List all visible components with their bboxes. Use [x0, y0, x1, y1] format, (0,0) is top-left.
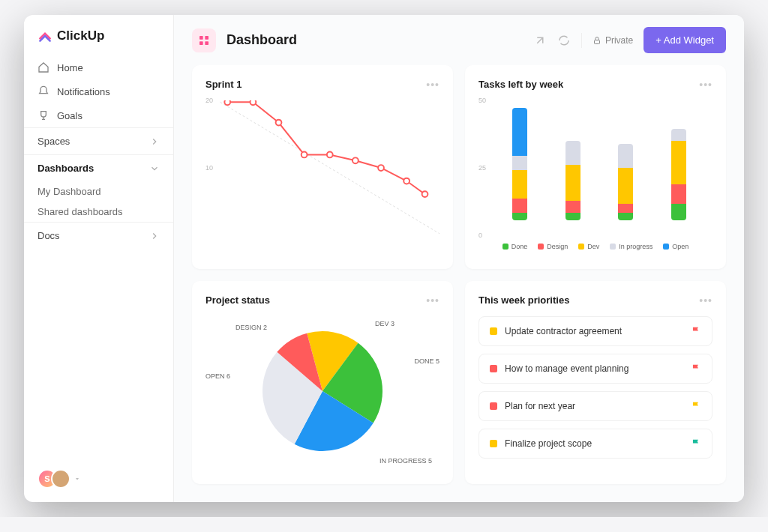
nav-notifications[interactable]: Notifications — [24, 79, 173, 103]
brand-name: ClickUp — [57, 28, 104, 43]
y-tick: 10 — [206, 164, 213, 172]
sidebar: ClickUp Home Notifications Goals Spaces … — [24, 15, 174, 502]
flag-icon — [691, 438, 701, 449]
grid-icon — [198, 34, 210, 46]
flag-icon — [691, 326, 701, 336]
section-docs[interactable]: Docs — [24, 222, 173, 249]
page-title: Dashboard — [226, 32, 297, 48]
bar-segment — [671, 184, 686, 204]
flag-icon — [691, 401, 701, 411]
card-sprint: Sprint 1 ••• 20 10 — [192, 65, 453, 269]
priority-swatch — [490, 365, 497, 372]
priority-swatch — [490, 327, 497, 335]
chevron-down-icon — [149, 163, 160, 174]
add-widget-button[interactable]: + Add Widget — [644, 27, 726, 53]
bar-column — [512, 108, 527, 220]
bar-column — [566, 141, 580, 220]
svg-rect-2 — [200, 41, 203, 45]
pie-label-done: DONE 5 — [414, 357, 440, 365]
bar-segment — [512, 199, 527, 213]
y-tick: 25 — [478, 164, 486, 172]
svg-rect-3 — [205, 41, 208, 45]
legend-item: Dev — [578, 243, 599, 250]
main-content: Dashboard Private + Add Widget Sprint 1 … — [174, 15, 744, 502]
tasks-legend: DoneDesignDevIn progressOpen — [478, 243, 712, 250]
bar-segment — [671, 129, 686, 141]
bar-segment — [618, 204, 633, 214]
bar-segment — [512, 170, 527, 199]
legend-swatch — [610, 244, 616, 250]
legend-label: Dev — [587, 243, 599, 250]
y-tick: 0 — [478, 232, 482, 239]
legend-label: In progress — [619, 243, 652, 250]
chevron-right-icon — [149, 136, 160, 147]
tasks-chart: 50 25 0 — [478, 100, 712, 235]
priority-text: How to manage event planning — [505, 363, 628, 374]
nav-home[interactable]: Home — [24, 55, 173, 79]
card-menu-icon[interactable]: ••• — [426, 79, 440, 91]
home-icon — [38, 61, 50, 73]
privacy-label: Private — [605, 35, 633, 46]
card-priorities-title: This week priorities — [478, 294, 712, 306]
priority-item[interactable]: How to manage event planning — [478, 354, 712, 384]
topbar: Dashboard Private + Add Widget — [174, 15, 744, 65]
pie-label-dev: DEV 3 — [375, 320, 394, 327]
dashboard-icon — [192, 28, 216, 52]
legend-swatch — [502, 244, 508, 250]
bar-segment — [618, 144, 633, 168]
card-project-status: Project status ••• DESIGN 2 DEV 3 DONE 5… — [192, 281, 453, 485]
legend-item: Open — [663, 243, 688, 250]
sidebar-footer: S — [24, 469, 173, 489]
line-chart-svg — [206, 100, 440, 235]
svg-line-5 — [220, 102, 440, 234]
flag-icon — [691, 363, 701, 374]
pie-svg — [248, 316, 398, 466]
svg-rect-1 — [205, 36, 208, 40]
bar-segment — [512, 213, 527, 220]
priority-item[interactable]: Plan for next year — [478, 391, 712, 421]
legend-item: In progress — [610, 243, 652, 250]
pie-label-open: OPEN 6 — [206, 372, 230, 380]
clickup-logo-icon — [38, 28, 52, 43]
section-spaces[interactable]: Spaces — [24, 127, 173, 154]
svg-rect-4 — [594, 40, 599, 43]
priority-swatch — [490, 402, 497, 410]
card-tasks-title: Tasks left by week — [478, 79, 712, 90]
section-spaces-label: Spaces — [38, 136, 70, 147]
legend-item: Done — [502, 243, 528, 250]
avatar-user-2[interactable] — [51, 469, 70, 489]
bar-segment — [512, 108, 527, 156]
refresh-icon[interactable] — [557, 34, 571, 47]
priority-text: Plan for next year — [505, 401, 575, 411]
svg-point-9 — [302, 152, 308, 158]
bar-column — [618, 144, 633, 220]
lock-icon — [592, 36, 602, 45]
pie-label-design: DESIGN 2 — [236, 324, 267, 331]
caret-down-icon[interactable] — [74, 474, 81, 484]
legend-label: Design — [547, 243, 568, 250]
app-frame: ClickUp Home Notifications Goals Spaces … — [24, 15, 744, 502]
privacy-indicator[interactable]: Private — [592, 35, 633, 46]
legend-swatch — [663, 244, 669, 250]
section-dashboards[interactable]: Dashboards — [24, 154, 173, 181]
bar-segment — [566, 213, 580, 220]
card-menu-icon[interactable]: ••• — [699, 79, 712, 91]
widget-grid: Sprint 1 ••• 20 10 — [174, 65, 744, 502]
card-menu-icon[interactable]: ••• — [426, 294, 440, 306]
bar-segment — [566, 165, 580, 201]
sidebar-item-my-dashboard[interactable]: My Dashboard — [24, 181, 173, 202]
nav-goals[interactable]: Goals — [24, 103, 173, 127]
card-menu-icon[interactable]: ••• — [699, 294, 712, 306]
brand-logo[interactable]: ClickUp — [24, 28, 173, 55]
bar-segment — [671, 204, 686, 220]
svg-point-12 — [378, 165, 384, 171]
expand-icon[interactable] — [533, 34, 547, 47]
svg-point-7 — [250, 100, 256, 105]
sidebar-item-shared-dashboards[interactable]: Shared dashboards — [24, 202, 173, 222]
bar-segment — [618, 213, 633, 220]
priority-item[interactable]: Update contractor agreement — [478, 316, 712, 346]
y-tick: 50 — [478, 97, 486, 104]
divider — [581, 33, 582, 48]
priority-item[interactable]: Finalize project scope — [478, 429, 712, 459]
chevron-right-icon — [149, 231, 160, 241]
